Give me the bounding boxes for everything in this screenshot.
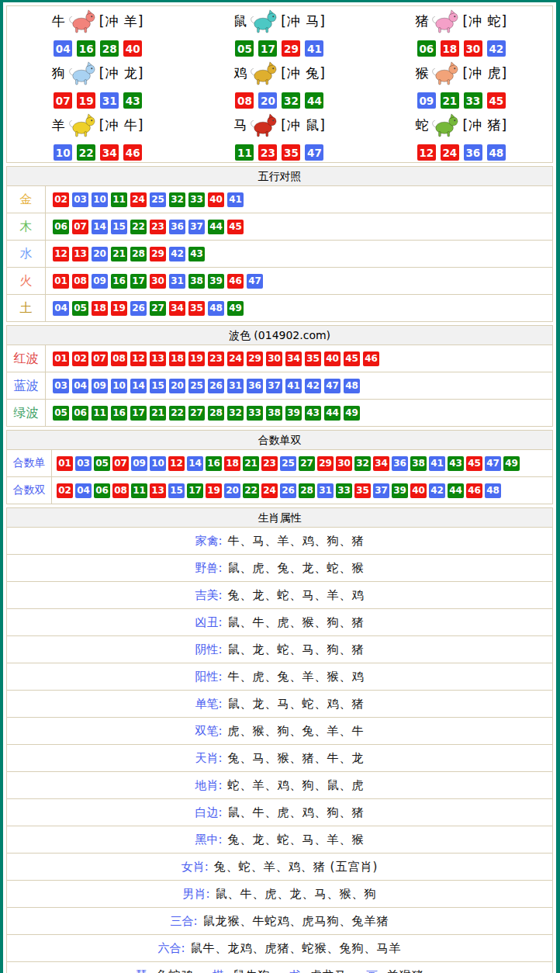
number-ball: 24 bbox=[441, 144, 459, 161]
number-ball: 06 bbox=[72, 406, 88, 421]
number-ball: 33 bbox=[336, 483, 352, 498]
zodiac-cell: 牛[冲 羊]04162840 bbox=[7, 6, 188, 58]
number-ball: 04 bbox=[53, 301, 69, 316]
number-ball: 30 bbox=[336, 456, 352, 471]
attribute-row: 野兽:鼠、虎、兔、龙、蛇、猴 bbox=[6, 555, 553, 582]
attribute-label: 地肖: bbox=[195, 778, 222, 793]
number-ball: 39 bbox=[285, 406, 302, 421]
zodiac-numbers: 05172941 bbox=[235, 40, 323, 57]
attribute-text: 兔、龙、蛇、马、羊、鸡 bbox=[228, 588, 365, 603]
number-row: 水1213202128294243 bbox=[6, 241, 553, 268]
attribute-row: 天肖:兔、马、猴、猪、牛、龙 bbox=[6, 745, 553, 772]
number-ball: 40 bbox=[208, 192, 224, 207]
number-ball: 15 bbox=[168, 483, 185, 498]
number-ball: 28 bbox=[299, 483, 315, 498]
number-ball: 30 bbox=[464, 40, 482, 57]
zodiac-title-line: 牛[冲 羊] bbox=[52, 8, 144, 34]
number-ball: 45 bbox=[466, 456, 482, 471]
number-ball: 02 bbox=[53, 192, 69, 207]
number-row: 合数双0204060811131517192022242628313335373… bbox=[6, 477, 553, 504]
number-ball: 46 bbox=[466, 483, 482, 498]
attribute-text: 蛇、羊、鸡、狗、鼠、虎 bbox=[228, 778, 365, 793]
number-ball: 05 bbox=[72, 301, 88, 316]
number-row: 木06071415222336374445 bbox=[6, 213, 553, 241]
number-ball: 26 bbox=[130, 301, 147, 316]
attribute-text: 兔、龙、蛇、马、羊、猴 bbox=[228, 833, 365, 847]
number-ball: 10 bbox=[150, 456, 166, 471]
number-ball: 22 bbox=[243, 483, 259, 498]
number-ball: 03 bbox=[72, 192, 88, 207]
attribute-label: 三合: bbox=[170, 914, 197, 929]
number-ball: 04 bbox=[75, 483, 92, 498]
number-ball: 22 bbox=[77, 144, 95, 161]
bose-rows: 红波0102070812131819232429303435404546蓝波03… bbox=[6, 345, 553, 427]
zodiac-dog-icon bbox=[66, 60, 99, 86]
row-numbers: 0204060811131517192022242628313335373940… bbox=[52, 477, 552, 504]
number-ball: 10 bbox=[92, 192, 108, 207]
zodiac-title-line: 猴[冲 虎] bbox=[415, 60, 507, 86]
attribute-label: 单笔: bbox=[195, 697, 222, 712]
attribute-pair: 阴性:鼠、龙、蛇、马、狗、猪 bbox=[195, 642, 364, 657]
zodiac-goat-icon bbox=[66, 112, 99, 138]
zodiac-numbers: 04162840 bbox=[54, 40, 142, 57]
wuxing-rows: 金02031011242532334041木060714152223363744… bbox=[6, 186, 553, 322]
attribute-pair: 画:羊猴猪 bbox=[366, 968, 424, 973]
number-ball: 44 bbox=[208, 220, 224, 234]
number-ball: 43 bbox=[305, 406, 321, 421]
attribute-row: 吉美:兔、龙、蛇、马、羊、鸡 bbox=[6, 582, 553, 609]
number-ball: 08 bbox=[72, 274, 88, 289]
number-ball: 20 bbox=[92, 247, 108, 261]
number-ball: 07 bbox=[72, 220, 88, 234]
heshu-rows: 合数单0103050709101214161821232527293032343… bbox=[6, 450, 553, 504]
attribute-pair: 女肖:兔、蛇、羊、鸡、猪 (五宫肖) bbox=[181, 860, 379, 874]
row-numbers: 04051819262734354849 bbox=[46, 295, 552, 321]
number-ball: 43 bbox=[188, 247, 205, 261]
number-ball: 21 bbox=[111, 247, 127, 261]
zodiac-grid: 牛[冲 羊]04162840鼠[冲 马]05172941猪[冲 蛇]061830… bbox=[6, 5, 553, 163]
zodiac-name: 狗 bbox=[52, 64, 65, 82]
number-ball: 30 bbox=[266, 351, 282, 366]
number-ball: 47 bbox=[485, 456, 501, 471]
number-ball: 34 bbox=[100, 144, 119, 161]
attribute-pair: 琴:兔蛇鸡 bbox=[135, 968, 193, 973]
number-ball: 36 bbox=[247, 379, 263, 393]
zodiac-clash-label: [冲 鼠] bbox=[281, 116, 326, 134]
number-ball: 01 bbox=[57, 456, 73, 471]
attribute-pair: 凶丑:鼠、牛、虎、猴、狗、猪 bbox=[195, 615, 364, 630]
number-ball: 10 bbox=[111, 379, 127, 393]
number-ball: 12 bbox=[168, 456, 185, 471]
attribute-label: 阴性: bbox=[195, 642, 222, 657]
attribute-label: 凶丑: bbox=[195, 615, 222, 630]
zodiac-horse-icon bbox=[247, 112, 280, 138]
zodiac-name: 马 bbox=[233, 116, 247, 134]
number-ball: 12 bbox=[53, 247, 69, 261]
row-label: 蓝波 bbox=[7, 372, 46, 399]
number-ball: 05 bbox=[235, 40, 254, 57]
attribute-pair: 单笔:鼠、龙、马、蛇、鸡、猪 bbox=[195, 697, 364, 712]
number-ball: 17 bbox=[187, 483, 203, 498]
number-ball: 24 bbox=[261, 483, 278, 498]
number-ball: 33 bbox=[464, 92, 482, 109]
number-ball: 29 bbox=[317, 456, 334, 471]
number-row: 土04051819262734354849 bbox=[6, 295, 553, 322]
number-row: 火0108091617303138394647 bbox=[6, 268, 553, 295]
number-ball: 01 bbox=[53, 274, 69, 289]
number-ball: 33 bbox=[247, 406, 263, 421]
attribute-row: 六合:鼠牛、龙鸡、虎猪、蛇猴、兔狗、马羊 bbox=[6, 935, 553, 962]
number-ball: 34 bbox=[285, 351, 302, 366]
attribute-label: 棋: bbox=[212, 968, 227, 973]
number-ball: 21 bbox=[243, 456, 259, 471]
row-label: 合数单 bbox=[7, 450, 52, 476]
number-row: 蓝波03040910141520252631363741424748 bbox=[6, 372, 553, 400]
number-ball: 17 bbox=[130, 406, 147, 421]
attribute-pair: 黑中:兔、龙、蛇、马、羊、猴 bbox=[195, 833, 364, 847]
attribute-row: 双笔:虎、猴、狗、兔、羊、牛 bbox=[6, 718, 553, 745]
number-ball: 45 bbox=[344, 351, 360, 366]
zodiac-title-line: 羊[冲 牛] bbox=[52, 112, 144, 138]
zodiac-clash-label: [冲 蛇] bbox=[462, 12, 507, 30]
row-label: 绿波 bbox=[7, 400, 46, 426]
number-ball: 05 bbox=[53, 406, 69, 421]
attribute-row: 三合:鼠龙猴、牛蛇鸡、虎马狗、兔羊猪 bbox=[6, 908, 553, 935]
number-ball: 16 bbox=[111, 406, 127, 421]
zodiac-clash-label: [冲 马] bbox=[281, 12, 326, 30]
